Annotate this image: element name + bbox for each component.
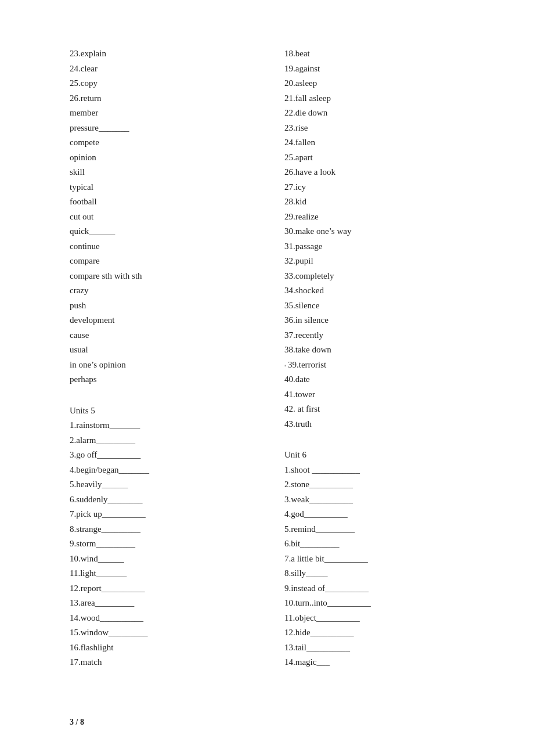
left-item-16: crazy — [70, 283, 261, 298]
left-item-22: perhaps — [70, 372, 261, 387]
right-item-16: 34.shocked — [284, 283, 476, 298]
left-item-10: football — [70, 195, 261, 210]
right-item-1: 19.against — [284, 62, 476, 77]
right-item-17: 35.silence — [284, 298, 476, 314]
unit6-item-1: 2.stone__________ — [284, 477, 476, 492]
right-item-22: 40.date — [284, 372, 476, 387]
right-item-8: 26.have a look — [284, 165, 476, 180]
left-item-0: 23.explain — [70, 46, 261, 62]
units5-item-3: 4.begin/began_______ — [70, 463, 261, 478]
unit6-item-8: 9.instead of__________ — [284, 581, 476, 596]
units5-item-13: 14.wood__________ — [70, 611, 261, 626]
right-item-18: 36.in silence — [284, 313, 476, 328]
right-item-10: 28.kid — [284, 195, 476, 210]
left-item-9: typical — [70, 180, 261, 195]
left-item-7: opinion — [70, 150, 261, 165]
left-item-21: in one’s opinion — [70, 358, 261, 373]
unit6-item-7: 8.silly_____ — [284, 566, 476, 581]
units5-item-1: 2.alarm_________ — [70, 433, 261, 448]
unit6-item-6: 7.a little bit__________ — [284, 552, 476, 567]
right-column: 18.beat19.against20.asleep21.fall asleep… — [273, 46, 476, 670]
left-item-18: development — [70, 313, 261, 328]
units5-item-12: 13.area_________ — [70, 596, 261, 611]
units5-item-9: 10.wind______ — [70, 552, 261, 567]
left-item-19: cause — [70, 328, 261, 343]
left-item-12: quick______ — [70, 224, 261, 239]
right-item-6: 24.fallen — [284, 135, 476, 150]
units5-items: 1.rainstorm_______2.alarm_________3.go o… — [70, 418, 261, 670]
left-item-1: 24.clear — [70, 62, 261, 77]
units5-item-4: 5.heavily______ — [70, 477, 261, 492]
unit6-item-13: 14.magic___ — [284, 655, 476, 670]
left-item-6: compete — [70, 135, 261, 150]
right-item-12: 30.make one’s way — [284, 224, 476, 239]
right-item-25: 43.truth — [284, 417, 476, 432]
left-item-15: compare sth with sth — [70, 269, 261, 284]
right-item-7: 25.apart — [284, 150, 476, 165]
right-item-9: 27.icy — [284, 180, 476, 195]
left-item-20: usual — [70, 343, 261, 358]
units5-item-15: 16.flashlight — [70, 640, 261, 656]
right-item-20: 38.take down — [284, 343, 476, 358]
page: 23.explain24.clear25.copy26.returnmember… — [0, 0, 534, 756]
right-top-items: 18.beat19.against20.asleep21.fall asleep… — [284, 46, 476, 431]
units5-header: Units 5 — [70, 404, 261, 419]
unit6-header: Unit 6 — [284, 448, 476, 463]
right-item-23: 41.tower — [284, 387, 476, 402]
units5-item-0: 1.rainstorm_______ — [70, 418, 261, 433]
left-item-3: 26.return — [70, 91, 261, 106]
units5-item-8: 9.storm_________ — [70, 537, 261, 552]
units5-section: Units 5 1.rainstorm_______2.alarm_______… — [70, 404, 261, 670]
units5-item-10: 11.light_______ — [70, 566, 261, 581]
left-item-11: cut out — [70, 210, 261, 225]
unit6-item-0: 1.shoot ___________ — [284, 463, 476, 478]
left-column: 23.explain24.clear25.copy26.returnmember… — [70, 46, 273, 670]
right-item-24: 42. at first — [284, 402, 476, 417]
right-item-5: 23.rise — [284, 121, 476, 136]
units5-item-16: 17.match — [70, 655, 261, 670]
units5-item-14: 15.window_________ — [70, 625, 261, 640]
left-item-14: compare — [70, 254, 261, 269]
left-item-2: 25.copy — [70, 76, 261, 91]
unit6-item-12: 13.tail__________ — [284, 640, 476, 656]
right-item-14: 32.pupil — [284, 254, 476, 269]
units5-item-5: 6.suddenly________ — [70, 492, 261, 507]
left-item-8: skill — [70, 165, 261, 180]
right-item-21: ▪ 39.terrorist — [284, 358, 476, 373]
unit6-item-3: 4.god__________ — [284, 507, 476, 522]
unit6-item-2: 3.weak__________ — [284, 492, 476, 507]
right-item-11: 29.realize — [284, 210, 476, 225]
units5-item-7: 8.strange_________ — [70, 522, 261, 537]
right-item-15: 33.completely — [284, 269, 476, 284]
left-item-5: pressure_______ — [70, 121, 261, 136]
units5-item-2: 3.go off__________ — [70, 448, 261, 463]
left-item-4: member — [70, 106, 261, 121]
page-number: 3 / 8 — [70, 718, 84, 727]
unit6-item-10: 11.object__________ — [284, 611, 476, 626]
unit6-section: Unit 6 1.shoot ___________2.stone_______… — [284, 448, 476, 670]
right-item-2: 20.asleep — [284, 76, 476, 91]
unit6-item-11: 12.hide__________ — [284, 625, 476, 640]
unit6-item-5: 6.bit_________ — [284, 537, 476, 552]
left-item-17: push — [70, 298, 261, 314]
units5-item-6: 7.pick up__________ — [70, 507, 261, 522]
right-item-0: 18.beat — [284, 46, 476, 62]
left-item-13: continue — [70, 239, 261, 254]
unit6-items: 1.shoot ___________2.stone__________3.we… — [284, 463, 476, 670]
units5-item-11: 12.report__________ — [70, 581, 261, 596]
unit6-item-9: 10.turn..into__________ — [284, 596, 476, 611]
right-item-13: 31.passage — [284, 239, 476, 254]
left-top-items: 23.explain24.clear25.copy26.returnmember… — [70, 46, 261, 387]
unit6-item-4: 5.remind_________ — [284, 522, 476, 537]
right-item-19: 37.recently — [284, 328, 476, 343]
right-item-3: 21.fall asleep — [284, 91, 476, 106]
right-item-4: 22.die down — [284, 106, 476, 121]
